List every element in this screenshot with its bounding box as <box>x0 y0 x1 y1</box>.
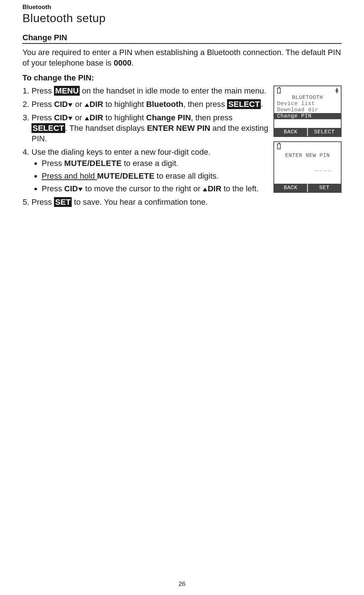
set-key: SET <box>54 197 72 207</box>
mute-delete-key: MUTE/DELETE <box>64 159 122 168</box>
battery-icon <box>277 88 281 93</box>
bullet-erase-all: Press and hold MUTE/DELETE to erase all … <box>42 171 269 181</box>
select-key: SELECT <box>32 123 65 133</box>
enter-new-pin-label: ENTER NEW PIN <box>147 124 210 133</box>
bullet-cursor: Press CID to move the cursor to the righ… <box>42 183 269 194</box>
down-arrow-icon <box>68 117 72 120</box>
scroll-arrows-icon: ▲▼ <box>335 88 339 93</box>
lcd2-pin-placeholder: ____ <box>276 159 339 172</box>
lcd1-softkey-select: SELECT <box>308 128 341 136</box>
intro-paragraph: You are required to enter a PIN when est… <box>22 47 342 68</box>
up-arrow-icon <box>203 188 207 191</box>
subhead: To change the PIN: <box>22 73 342 83</box>
mute-delete-key: MUTE/DELETE <box>97 171 155 180</box>
dir-key: DIR <box>208 184 221 193</box>
intro-tail: . <box>131 58 134 67</box>
step-4-bullets: Press MUTE/DELETE to erase a digit. Pres… <box>32 158 269 194</box>
lcd-bluetooth-menu: ▲▼ BLUETOOTH Device list Download dir Ch… <box>273 86 342 137</box>
step-4: Use the dialing keys to enter a new four… <box>32 147 269 194</box>
page-title: Bluetooth setup <box>22 12 342 25</box>
dir-key: DIR <box>89 100 103 109</box>
lcd2-softkey-back: BACK <box>274 184 308 192</box>
dir-key: DIR <box>89 113 103 122</box>
down-arrow-icon <box>68 103 72 107</box>
bluetooth-option: Bluetooth <box>146 100 184 109</box>
change-pin-option: Change PIN <box>146 113 191 122</box>
lcd1-line-download-dir: Download dir <box>276 107 339 113</box>
section-heading: Change PIN <box>22 33 342 44</box>
lcd1-line-change-pin-selected: Change PIN <box>274 113 341 119</box>
lcd-enter-new-pin: ENTER NEW PIN ____ BACK SET <box>273 141 342 193</box>
step-2: Press CID or DIR to highlight Bluetooth,… <box>32 99 269 109</box>
select-key: SELECT <box>227 99 261 109</box>
intro-text: You are required to enter a PIN when est… <box>22 48 341 67</box>
default-pin: 0000 <box>114 58 131 67</box>
lcd1-title: BLUETOOTH <box>276 95 339 101</box>
lcd2-softkey-set: SET <box>308 184 341 192</box>
bullet-erase-digit: Press MUTE/DELETE to erase a digit. <box>42 158 269 168</box>
lcd1-softkey-back: BACK <box>274 128 308 136</box>
down-arrow-icon <box>78 188 83 191</box>
page-number: 26 <box>0 581 364 588</box>
lcd1-line-device-list: Device list <box>276 101 339 107</box>
menu-key: MENU <box>54 86 80 96</box>
step-1: Press MENU on the handset in idle mode t… <box>32 86 269 96</box>
up-arrow-icon <box>85 117 89 120</box>
cid-key: CID <box>54 113 68 122</box>
steps-list: Press MENU on the handset in idle mode t… <box>22 86 269 207</box>
up-arrow-icon <box>85 103 89 107</box>
battery-icon <box>277 143 281 149</box>
step-5: Press SET to save. You hear a confirmati… <box>32 197 269 207</box>
breadcrumb: Bluetooth <box>22 4 342 11</box>
cid-key: CID <box>54 100 68 109</box>
lcd2-title: ENTER NEW PIN <box>276 153 339 159</box>
step-3: Press CID or DIR to highlight Change PIN… <box>32 112 269 144</box>
cid-key: CID <box>64 184 78 193</box>
